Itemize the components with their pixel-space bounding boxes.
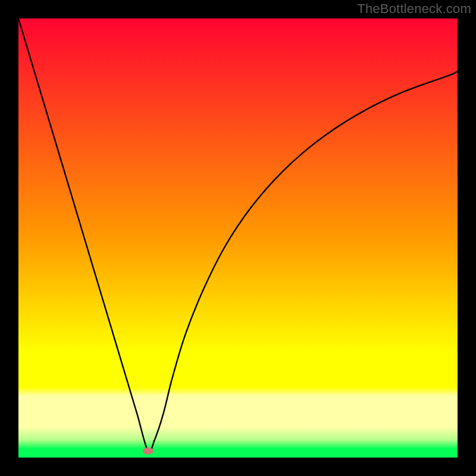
bottleneck-curve	[18, 18, 458, 458]
watermark-text: TheBottleneck.com	[357, 1, 471, 17]
optimum-marker	[143, 447, 154, 455]
plot-frame	[18, 18, 458, 458]
